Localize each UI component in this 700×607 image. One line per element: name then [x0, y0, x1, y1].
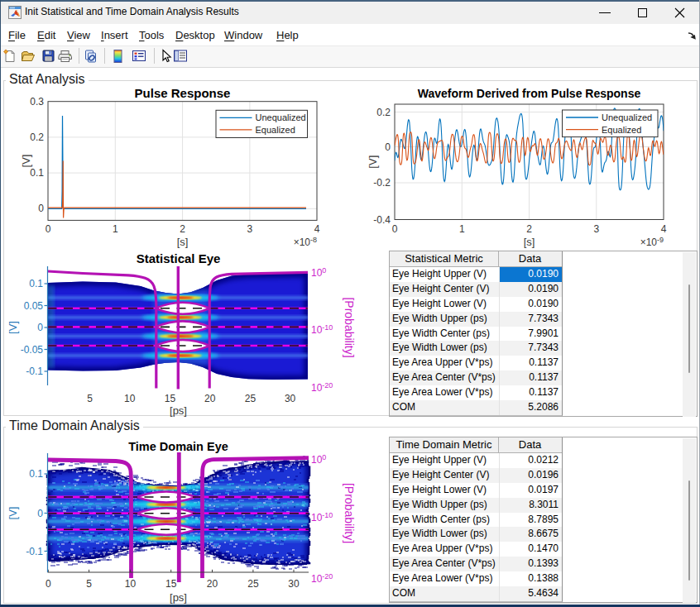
svg-text:100: 100 — [311, 453, 326, 466]
svg-text:Equalized: Equalized — [602, 125, 641, 135]
svg-text:Time Domain Eye: Time Domain Eye — [128, 440, 228, 453]
svg-text:Unequalized: Unequalized — [256, 112, 306, 122]
svg-text:0: 0 — [46, 223, 51, 235]
svg-text:0.3: 0.3 — [30, 96, 44, 108]
svg-text:100: 100 — [311, 266, 326, 279]
svg-text:[V]: [V] — [367, 155, 379, 169]
svg-text:4: 4 — [661, 223, 667, 235]
svg-text:[V]: [V] — [20, 155, 32, 168]
svg-text:30: 30 — [288, 578, 300, 590]
svg-text:20: 20 — [207, 578, 218, 590]
svg-text:25: 25 — [245, 393, 257, 404]
svg-text:0.1: 0.1 — [29, 468, 43, 480]
svg-text:5: 5 — [87, 393, 93, 404]
svg-text:0.2: 0.2 — [376, 107, 391, 118]
svg-text:0: 0 — [392, 223, 398, 235]
svg-text:0.1: 0.1 — [29, 278, 43, 289]
svg-text:5: 5 — [86, 578, 92, 590]
svg-text:×10-8: ×10-8 — [294, 236, 317, 248]
svg-text:-0.05: -0.05 — [21, 344, 44, 356]
svg-text:Statistical Eye: Statistical Eye — [137, 251, 221, 265]
svg-text:20: 20 — [204, 393, 216, 404]
svg-text:[V]: [V] — [7, 321, 19, 334]
svg-text:-0.1: -0.1 — [26, 546, 43, 557]
svg-text:15: 15 — [165, 393, 176, 404]
svg-text:2: 2 — [180, 223, 185, 235]
svg-text:-0.4: -0.4 — [373, 214, 391, 226]
svg-text:10-10: 10-10 — [311, 323, 333, 336]
svg-text:4: 4 — [314, 223, 320, 235]
svg-text:10-20: 10-20 — [311, 381, 333, 394]
svg-text:Equalized: Equalized — [256, 125, 295, 135]
svg-text:15: 15 — [165, 578, 177, 590]
svg-text:10-10: 10-10 — [311, 511, 333, 523]
svg-text:0: 0 — [46, 578, 51, 590]
svg-text:2: 2 — [526, 223, 532, 235]
svg-text:0.2: 0.2 — [30, 131, 44, 143]
svg-text:3: 3 — [593, 223, 599, 235]
svg-text:-0.1: -0.1 — [26, 366, 43, 377]
svg-text:0: 0 — [38, 203, 44, 214]
svg-text:30: 30 — [285, 393, 296, 404]
svg-text:Unequalized: Unequalized — [602, 112, 652, 122]
svg-text:0: 0 — [37, 322, 43, 333]
svg-text:Waveform Derived from Pulse Re: Waveform Derived from Pulse Response — [418, 87, 641, 100]
svg-text:1: 1 — [459, 223, 465, 235]
svg-text:10: 10 — [124, 393, 136, 404]
svg-text:1: 1 — [113, 223, 118, 235]
svg-text:3: 3 — [247, 223, 253, 235]
svg-text:-0.2: -0.2 — [373, 177, 391, 189]
svg-text:[V]: [V] — [7, 507, 19, 520]
svg-text:[s]: [s] — [177, 236, 189, 248]
svg-text:0.05: 0.05 — [24, 300, 44, 312]
svg-text:10-20: 10-20 — [311, 572, 333, 585]
svg-text:[ps]: [ps] — [170, 591, 187, 604]
svg-text:0: 0 — [37, 508, 43, 519]
svg-text:Pulse Response: Pulse Response — [135, 86, 231, 100]
svg-text:10: 10 — [125, 578, 137, 590]
svg-text:25: 25 — [247, 578, 259, 590]
svg-text:[ps]: [ps] — [170, 404, 187, 417]
svg-text:0.1: 0.1 — [30, 167, 44, 179]
svg-text:0: 0 — [385, 141, 391, 153]
svg-text:[Probability]: [Probability] — [343, 483, 356, 543]
svg-text:[Probability]: [Probability] — [343, 297, 356, 357]
svg-text:×10-9: ×10-9 — [640, 236, 664, 248]
svg-text:[s]: [s] — [524, 236, 535, 248]
